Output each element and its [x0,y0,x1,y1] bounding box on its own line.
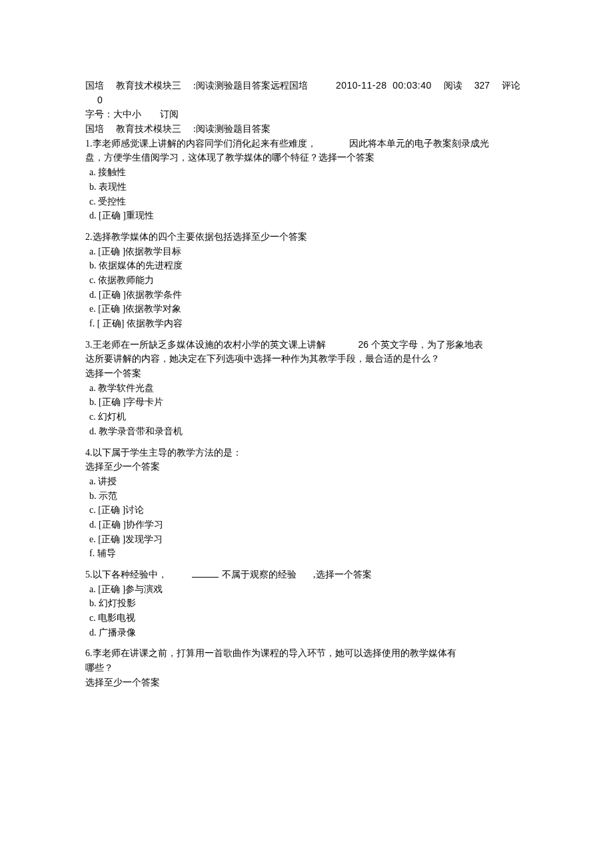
q4-option-b: b. 示范 [85,489,528,504]
question-1: 1.李老师感觉课上讲解的内容同学们消化起来有些难度， 因此将本单元的电子教案刻录… [85,137,528,223]
q3-option-a: a. 教学软件光盘 [85,381,528,396]
q3-stem-a: 3.王老师在一所缺乏多媒体设施的农村小学的英文课上讲解 [85,340,326,350]
q2-option-a: a. [正确 ]依据教学目标 [85,244,528,259]
read-label: 阅读 [444,79,462,93]
q5-option-b: b. 幻灯投影 [85,596,528,611]
sub-heading: 国培 教育技术模块三 :阅读测验题目答案 [85,122,528,137]
q4-option-d: d. [正确 ]协作学习 [85,518,528,532]
read-count: 327 [474,79,490,93]
q5-option-a: a. [正确 ]参与演戏 [85,582,528,597]
question-3: 3.王老师在一所缺乏多媒体设施的农村小学的英文课上讲解 26 个英文字母，为了形… [85,338,528,439]
q3-option-c: c. 幻灯机 [85,410,528,424]
header-line-2: 字号：大中小 订阅 [85,107,528,122]
q6-stem-b: 哪些？ [85,661,528,675]
header-prefix: 国培 [85,79,104,93]
comment-count: 0 [97,93,103,108]
question-6: 6.李老师在讲课之前，打算用一首歌曲作为课程的导入环节，她可以选择使用的教学媒体… [85,646,528,689]
q3-option-d: d. 教学录音带和录音机 [85,424,528,439]
header-line-1: 国培 教育技术模块三 :阅读测验题目答案远程国培 2010-11-28 00:0… [85,79,528,107]
q1-stem-b: 因此将本单元的电子教案刻录成光 [349,139,489,149]
q1-option-b: b. 表现性 [85,180,528,195]
q3-stem-line3: 选择一个答案 [85,366,528,381]
comment-label: 评论 [502,79,520,93]
q4-stem-b: 选择至少一个答案 [85,460,528,474]
q2-stem: 2.选择教学媒体的四个主要依据包括选择至少一个答案 [85,230,528,244]
q2-option-b: b. 依据媒体的先进程度 [85,258,528,273]
q1-stem-line2: 盘，方便学生借阅学习，这体现了教学媒体的哪个特征？选择一个答案 [85,151,528,165]
q5-stem-b: 不属于观察的经验 [222,570,297,580]
q4-stem-a: 4.以下属于学生主导的教学方法的是： [85,446,528,460]
q2-option-e: e. [正确 ]依据教学对象 [85,302,528,316]
q3-stem-line1: 3.王老师在一所缺乏多媒体设施的农村小学的英文课上讲解 26 个英文字母，为了形… [85,338,528,352]
q3-stem-num: 26 [358,339,369,350]
header-timestamp: 2010-11-28 00:03:40 [336,79,432,93]
q5-stem-a: 5.以下各种经验中， [85,570,167,580]
question-2: 2.选择教学媒体的四个主要依据包括选择至少一个答案 a. [正确 ]依据教学目标… [85,230,528,331]
q4-option-e: e. [正确 ]发现学习 [85,532,528,547]
q4-option-a: a. 讲授 [85,474,528,489]
q1-stem-a: 1.李老师感觉课上讲解的内容同学们消化起来有些难度， [85,139,316,149]
question-5: 5.以下各种经验中， 不属于观察的经验 ,选择一个答案 a. [正确 ]参与演戏… [85,568,528,640]
blank-underline [192,577,219,578]
question-4: 4.以下属于学生主导的教学方法的是： 选择至少一个答案 a. 讲授 b. 示范 … [85,446,528,562]
q1-option-d: d. [正确 ]重现性 [85,209,528,223]
header-subtitle: :阅读测验题目答案远程国培 [193,79,308,93]
fontsize-label: 字号：大中小 [85,107,141,122]
q1-option-a: a. 接触性 [85,165,528,180]
sub-heading-module: 教育技术模块三 [116,122,181,137]
q4-option-c: c. [正确 ]讨论 [85,503,528,518]
q5-option-c: c. 电影电视 [85,611,528,626]
header-module: 教育技术模块三 [116,79,181,93]
q5-option-d: d. 广播录像 [85,626,528,640]
q6-stem-a: 6.李老师在讲课之前，打算用一首歌曲作为课程的导入环节，她可以选择使用的教学媒体… [85,646,528,661]
q2-option-f: f. [ 正确] 依据教学内容 [85,316,528,331]
q3-stem-b: 个英文字母，为了形象地表 [371,340,483,350]
q6-stem-c: 选择至少一个答案 [85,675,528,690]
sub-heading-rest: :阅读测验题目答案 [193,122,271,137]
q3-option-b: b. [正确 ]字母卡片 [85,395,528,410]
q3-stem-line2: 达所要讲解的内容，她决定在下列选项中选择一种作为其教学手段，最合适的是什么？ [85,352,528,366]
q5-stem: 5.以下各种经验中， 不属于观察的经验 ,选择一个答案 [85,568,528,582]
q2-option-c: c. 依据教师能力 [85,273,528,288]
q5-stem-c: ,选择一个答案 [313,570,372,580]
q4-option-f: f. 辅导 [85,546,528,561]
document-page: 国培 教育技术模块三 :阅读测验题目答案远程国培 2010-11-28 00:0… [0,0,613,868]
q1-stem-line1: 1.李老师感觉课上讲解的内容同学们消化起来有些难度， 因此将本单元的电子教案刻录… [85,137,528,151]
q1-option-c: c. 受控性 [85,195,528,209]
sub-heading-prefix: 国培 [85,122,104,137]
subscribe-label: 订阅 [160,107,179,122]
q2-option-d: d. [正确 ]依据教学条件 [85,288,528,302]
